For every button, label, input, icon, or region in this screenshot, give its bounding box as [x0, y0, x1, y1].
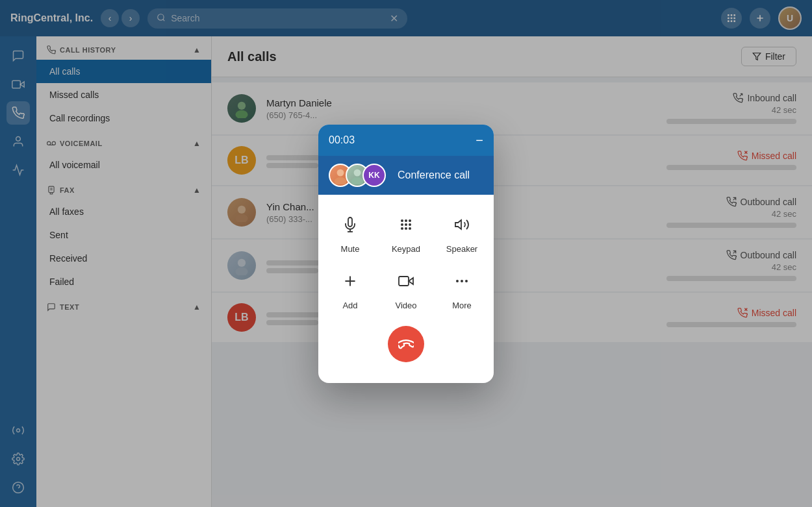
video-button[interactable]: Video	[385, 267, 427, 310]
svg-point-40	[354, 169, 361, 176]
svg-point-38	[337, 169, 344, 176]
svg-marker-53	[455, 220, 461, 229]
video-call-icon	[392, 267, 420, 295]
conference-avatars: KK	[329, 164, 379, 187]
call-overlay: 00:03 − KK Conference cal	[0, 0, 812, 507]
svg-point-44	[401, 219, 403, 222]
svg-point-60	[465, 280, 468, 282]
svg-point-50	[401, 227, 403, 230]
svg-rect-57	[399, 277, 409, 286]
svg-point-51	[405, 227, 407, 230]
call-modal-header: 00:03 −	[318, 125, 494, 156]
speaker-button[interactable]: Speaker	[440, 210, 483, 254]
more-label: More	[452, 301, 472, 310]
svg-point-41	[351, 177, 364, 184]
svg-point-45	[405, 219, 407, 222]
add-call-icon	[336, 267, 364, 295]
mute-label: Mute	[341, 244, 360, 254]
call-modal: 00:03 − KK Conference cal	[318, 125, 494, 383]
call-controls: Mute Keypad Speaker Add	[318, 195, 494, 326]
minimize-button[interactable]: −	[476, 134, 483, 147]
mute-icon	[336, 210, 364, 239]
video-label: Video	[395, 301, 416, 310]
call-timer: 00:03	[329, 134, 355, 146]
conference-strip: KK Conference call	[318, 156, 494, 195]
keypad-button[interactable]: Keypad	[385, 210, 427, 254]
speaker-icon	[448, 210, 476, 239]
svg-marker-56	[409, 278, 413, 284]
end-call-section	[318, 326, 494, 373]
more-button[interactable]: More	[440, 267, 483, 310]
speaker-label: Speaker	[446, 244, 477, 254]
conference-label: Conference call	[398, 169, 470, 181]
svg-point-58	[456, 280, 459, 282]
svg-point-59	[461, 280, 463, 282]
mute-button[interactable]: Mute	[329, 210, 372, 254]
svg-point-48	[405, 223, 407, 226]
end-call-button[interactable]	[388, 326, 424, 362]
avatar-participant-kk: KK	[362, 164, 386, 187]
add-call-button[interactable]: Add	[329, 267, 372, 310]
keypad-icon	[392, 210, 420, 239]
more-icon	[448, 267, 476, 295]
keypad-label: Keypad	[392, 244, 420, 254]
svg-point-49	[409, 223, 411, 226]
svg-point-47	[401, 223, 403, 226]
svg-point-39	[335, 177, 347, 184]
add-label: Add	[342, 301, 357, 310]
svg-point-52	[409, 227, 411, 230]
svg-point-46	[409, 219, 411, 222]
